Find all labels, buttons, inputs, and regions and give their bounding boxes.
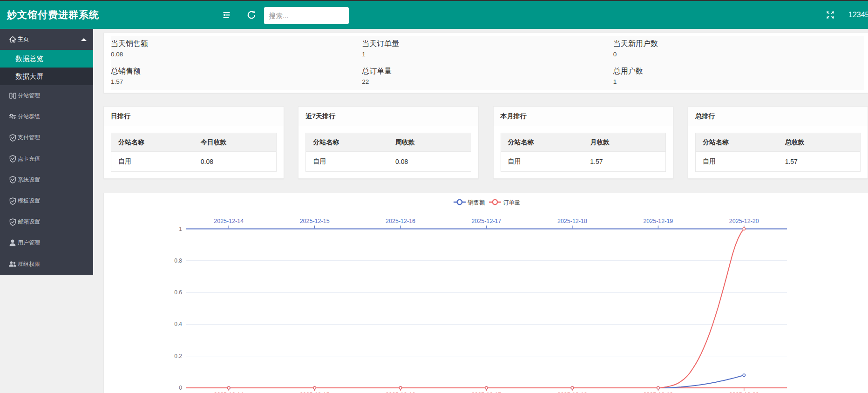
sidebar-item-card-recharge[interactable]: 点卡充值: [0, 149, 93, 169]
app: 妙文馆付费进群系统: [0, 0, 868, 393]
shield-check-icon: [9, 197, 16, 205]
y-axis-label: 0.6: [174, 289, 182, 296]
ranking-card-2: 近7天排行分站名称周收款自用0.08: [298, 106, 479, 179]
ranking-card-3: 本月排行分站名称月收款自用1.57: [493, 106, 674, 179]
stat-column-2: 当天订单量1总订单量22: [362, 36, 613, 90]
top-x-axis-label: 2025-12-17: [472, 218, 502, 224]
stat-label: 总销售额: [111, 67, 362, 75]
app-title: 妙文馆付费进群系统: [7, 1, 99, 29]
data-point-sales[interactable]: [743, 374, 745, 376]
shield-check-icon: [9, 176, 16, 183]
ranking-table: 分站名称总收款自用1.57: [695, 133, 861, 172]
ranking-card-body: 分站名称周收款自用0.08: [298, 126, 478, 178]
stat-value: 1: [613, 78, 864, 86]
bottom-x-axis-label: 2025-12-19: [643, 392, 673, 393]
ranking-table-cell: 自用: [695, 152, 778, 172]
ranking-table-header: 周收款: [388, 133, 471, 152]
legend-item-sales[interactable]: 销售额: [454, 199, 485, 206]
ranking-table-cell: 0.08: [194, 152, 276, 172]
ranking-card-1: 日排行分站名称今日收款自用0.08: [103, 106, 284, 179]
bottom-x-axis-label: 2025-12-18: [557, 392, 587, 393]
ranking-table-header: 月收款: [583, 133, 665, 152]
ranking-table-header: 分站名称: [695, 133, 778, 152]
data-point-orders[interactable]: [399, 386, 401, 389]
bottom-x-axis-label: 2025-12-17: [472, 392, 502, 393]
home-icon: [9, 36, 16, 43]
ranking-card-body: 分站名称总收款自用1.57: [688, 126, 868, 178]
data-point-orders[interactable]: [485, 386, 488, 389]
stat-value: 0.08: [111, 51, 362, 58]
line-chart: 00.20.40.60.812025-12-142025-12-142025-1…: [104, 193, 868, 393]
data-point-orders[interactable]: [743, 228, 745, 230]
ranking-table-cell: 1.57: [778, 152, 861, 172]
username[interactable]: 12345: [848, 1, 868, 29]
ranking-card-title: 近7天排行: [298, 107, 478, 126]
y-axis-label: 0.8: [174, 257, 182, 264]
ranking-card-body: 分站名称月收款自用1.57: [494, 126, 673, 178]
user-icon: [9, 239, 16, 247]
sidebar-item-label: 分站群组: [18, 113, 40, 121]
stat-label: 当天新用户数: [613, 40, 864, 47]
shield-check-icon: [9, 134, 16, 142]
sidebar-item-label: 群组权限: [18, 260, 40, 268]
shield-check-icon: [9, 155, 16, 163]
table-row: 自用1.57: [695, 152, 861, 172]
sidebar-item-site-manage[interactable]: 分站管理: [0, 85, 93, 106]
stat-label: 总订单量: [362, 67, 613, 75]
sidebar-item-site-groups[interactable]: 分站群组: [0, 106, 93, 127]
sidebar-item-payment-manage[interactable]: 支付管理: [0, 127, 93, 148]
legend-marker-icon: [493, 200, 497, 204]
bottom-x-axis-label: 2025-12-20: [729, 392, 759, 393]
stat-label: 总用户数: [613, 67, 864, 75]
ranking-table-cell: 1.57: [583, 152, 665, 172]
chevron-up-icon: [81, 38, 87, 41]
legend-item-orders[interactable]: 订单量: [489, 199, 521, 206]
data-point-orders[interactable]: [313, 386, 316, 389]
sidebar-item-mail-settings[interactable]: 邮箱设置: [0, 211, 93, 232]
sliders-icon: [9, 113, 16, 121]
data-point-orders[interactable]: [228, 386, 230, 389]
stat-value: 1: [362, 51, 613, 58]
search-input[interactable]: [264, 7, 349, 24]
series-line-orders: [229, 229, 744, 388]
collapse-menu-button[interactable]: [217, 1, 236, 29]
sidebar-item-data-screen[interactable]: 数据大屏: [0, 68, 93, 85]
sidebar-item-user-manage[interactable]: 用户管理: [0, 232, 93, 253]
sidebar-item-home[interactable]: 主页: [0, 29, 93, 50]
stat-label: 当天订单量: [362, 40, 613, 47]
ranking-table-cell: 自用: [111, 152, 194, 172]
bottom-x-axis-label: 2025-12-14: [214, 392, 244, 393]
ranking-table: 分站名称周收款自用0.08: [305, 133, 471, 172]
users-icon: [9, 260, 16, 268]
sidebar-item-label: 支付管理: [18, 134, 40, 142]
stats-card: 当天销售额0.08总销售额1.57当天订单量1总订单量22当天新用户数0总用户数…: [103, 33, 868, 93]
ranking-table: 分站名称今日收款自用0.08: [111, 133, 277, 172]
sidebar-item-label: 点卡充值: [18, 155, 40, 163]
y-axis-label: 0.4: [174, 321, 182, 327]
sidebar-item-system-settings[interactable]: 系统设置: [0, 169, 93, 190]
sidebar-item-data-overview[interactable]: 数据总览: [0, 50, 93, 68]
sidebar-item-label: 数据总览: [15, 54, 43, 63]
data-point-orders[interactable]: [571, 386, 573, 389]
ranking-table-header: 今日收款: [194, 133, 276, 152]
refresh-button[interactable]: [242, 1, 261, 29]
bottom-x-axis-label: 2025-12-15: [300, 392, 330, 393]
top-x-axis-label: 2025-12-15: [300, 218, 330, 224]
sidebar-item-label: 系统设置: [18, 176, 40, 184]
sidebar-item-label: 分站管理: [18, 92, 40, 100]
ranking-card-title: 本月排行: [494, 107, 673, 126]
sidebar-item-group-permissions[interactable]: 群组权限: [0, 254, 93, 275]
series-line-sales: [229, 375, 744, 388]
sidebar: 主页数据总览数据大屏分站管理分站群组支付管理点卡充值系统设置模板设置邮箱设置用户…: [0, 29, 93, 275]
top-x-axis-label: 2025-12-19: [643, 218, 673, 224]
search-box: [264, 7, 349, 24]
board-icon: [9, 92, 16, 100]
sidebar-item-label: 邮箱设置: [18, 218, 40, 226]
header: 妙文馆付费进群系统: [0, 1, 868, 29]
fullscreen-button[interactable]: [821, 1, 840, 29]
data-point-orders[interactable]: [657, 386, 659, 389]
ranking-table-header: 分站名称: [111, 133, 194, 152]
refresh-icon: [247, 10, 256, 20]
sidebar-item-template-settings[interactable]: 模板设置: [0, 190, 93, 211]
ranking-table-cell: 自用: [306, 152, 388, 172]
